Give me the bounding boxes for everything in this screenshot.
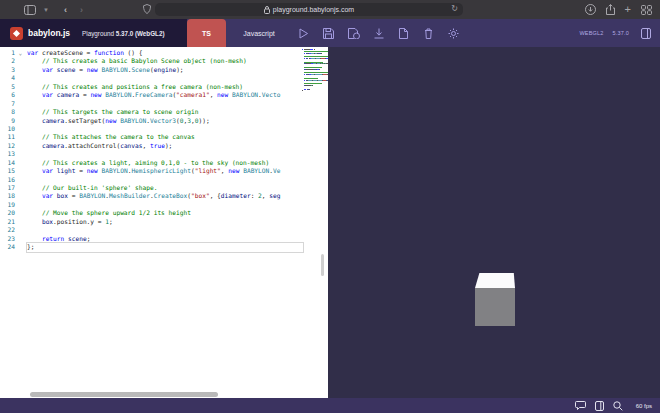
fold-chevron-icon <box>15 192 26 200</box>
code-line[interactable] <box>27 125 303 133</box>
fold-chevron-icon <box>15 226 26 234</box>
line-number: 23 <box>0 235 15 243</box>
download-button[interactable] <box>371 26 386 41</box>
line-number: 7 <box>0 100 15 108</box>
run-button[interactable] <box>296 26 311 41</box>
code-line[interactable]: return scene; <box>27 235 303 243</box>
line-number: 10 <box>0 125 15 133</box>
render-canvas[interactable] <box>328 47 660 398</box>
code-line[interactable]: camera.setTarget(new BABYLON.Vector3(0,3… <box>27 117 303 125</box>
babylon-logo-icon[interactable] <box>10 27 23 40</box>
code-line[interactable] <box>27 100 303 108</box>
line-number: 3 <box>0 66 15 74</box>
code-line[interactable]: // This creates a basic Babylon Scene ob… <box>27 57 303 65</box>
share-icon[interactable] <box>606 4 615 15</box>
code-line[interactable]: var box = BABYLON.MeshBuilder.CreateBox(… <box>27 192 303 200</box>
code-line[interactable] <box>27 176 303 184</box>
code-line[interactable]: var createScene = function () { <box>27 49 303 57</box>
save-button[interactable] <box>321 26 336 41</box>
code-editor[interactable]: 1⌄23456789101112131415161718192021222324… <box>0 47 328 398</box>
babylon-playground-window: ▼ ‹ › playground.babylonjs.com ↻ + <box>0 0 660 413</box>
fold-chevron-icon <box>15 218 26 226</box>
vertical-scrollbar[interactable] <box>321 254 324 276</box>
tab-overview-icon[interactable] <box>641 5 652 15</box>
fold-chevron-icon <box>15 83 26 91</box>
examples-button[interactable] <box>638 26 653 41</box>
code-line[interactable]: var scene = new BABYLON.Scene(engine); <box>27 66 303 74</box>
line-number: 22 <box>0 226 15 234</box>
fold-chevron-icon <box>15 74 26 82</box>
privacy-shield-icon[interactable] <box>143 4 151 14</box>
line-number: 18 <box>0 192 15 200</box>
line-number: 21 <box>0 218 15 226</box>
new-tab-icon[interactable]: + <box>625 4 631 15</box>
comment-icon[interactable] <box>575 401 586 410</box>
fold-chevron-icon <box>15 150 26 158</box>
code-line[interactable]: // This attaches the camera to the canva… <box>27 133 303 141</box>
lock-icon <box>264 6 270 14</box>
code-lines[interactable]: var createScene = function () { // This … <box>27 49 303 252</box>
forward-button[interactable]: › <box>80 5 83 15</box>
code-line[interactable]: var light = new BABYLON.HemisphericLight… <box>27 167 303 175</box>
line-number: 24 <box>0 243 15 251</box>
fold-chevron-icon[interactable]: ⌄ <box>15 49 26 57</box>
code-line[interactable]: camera.attachControl(canvas, true); <box>27 142 303 150</box>
sidebar-toggle-icon[interactable] <box>24 5 36 15</box>
fold-chevron-icon <box>15 57 26 65</box>
reload-icon[interactable]: ↻ <box>451 4 458 13</box>
fold-chevron-icon <box>15 235 26 243</box>
fold-chevron-icon <box>15 184 26 192</box>
code-line[interactable]: box.position.y = 1; <box>27 218 303 226</box>
url-text: playground.babylonjs.com <box>273 6 354 13</box>
fork-button[interactable] <box>346 26 361 41</box>
code-line[interactable]: // This creates and positions a free cam… <box>27 83 303 91</box>
downloads-icon[interactable] <box>585 4 596 15</box>
code-line[interactable] <box>27 201 303 209</box>
title-prefix: Playground <box>82 30 114 37</box>
search-icon[interactable] <box>613 401 623 411</box>
address-bar[interactable]: playground.babylonjs.com ↻ <box>155 3 463 16</box>
code-line[interactable] <box>27 74 303 82</box>
settings-button[interactable] <box>446 26 461 41</box>
fold-chevron-icon <box>15 117 26 125</box>
code-line[interactable]: // This creates a light, aiming 0,1,0 - … <box>27 159 303 167</box>
fold-chevron-icon <box>15 167 26 175</box>
version-selector[interactable]: 5.37.0 <box>613 30 630 36</box>
code-line[interactable] <box>27 150 303 158</box>
fold-chevron-icon <box>15 100 26 108</box>
code-line[interactable]: // This targets the camera to scene orig… <box>27 108 303 116</box>
line-number: 4 <box>0 74 15 82</box>
brand-zone: babylon.js Playground 5.37.0 (WebGL2) <box>0 19 187 47</box>
sidebar-chevron-icon[interactable]: ▼ <box>43 7 49 13</box>
title-version: 5.37.0 (WebGL2) <box>116 30 165 37</box>
clear-button[interactable] <box>421 26 436 41</box>
fold-chevron-icon <box>15 133 26 141</box>
back-button[interactable]: ‹ <box>64 5 67 15</box>
tab-typescript[interactable]: TS <box>187 19 226 47</box>
playground-toolbar: babylon.js Playground 5.37.0 (WebGL2) TS… <box>0 19 660 47</box>
line-number: 12 <box>0 142 15 150</box>
playground-title: Playground 5.37.0 (WebGL2) <box>82 30 164 37</box>
minimap[interactable] <box>302 49 325 92</box>
code-line[interactable]: }; <box>27 243 303 251</box>
fold-chevron-icon <box>15 108 26 116</box>
new-button[interactable] <box>396 26 411 41</box>
fold-chevron-icon <box>15 66 26 74</box>
fps-counter: 60 fps <box>636 403 652 409</box>
fold-chevron-icon <box>15 201 26 209</box>
line-number: 9 <box>0 117 15 125</box>
code-line[interactable]: // Move the sphere upward 1/2 its height <box>27 209 303 217</box>
line-number: 20 <box>0 209 15 217</box>
box-mesh-top-face <box>475 273 515 288</box>
inspector-icon[interactable] <box>595 401 604 411</box>
code-line[interactable] <box>27 226 303 234</box>
horizontal-scrollbar[interactable] <box>30 392 218 397</box>
browser-toolbar: ▼ ‹ › playground.babylonjs.com ↻ + <box>0 0 660 19</box>
line-number: 15 <box>0 167 15 175</box>
code-line[interactable]: var camera = new BABYLON.FreeCamera("cam… <box>27 91 303 99</box>
fold-chevron-icon <box>15 125 26 133</box>
brand-name: babylon.js <box>28 28 70 38</box>
code-line[interactable]: // Our built-in 'sphere' shape. <box>27 184 303 192</box>
tab-javascript[interactable]: Javascript <box>226 19 292 47</box>
engine-selector[interactable]: WEBGL2 <box>579 30 603 36</box>
